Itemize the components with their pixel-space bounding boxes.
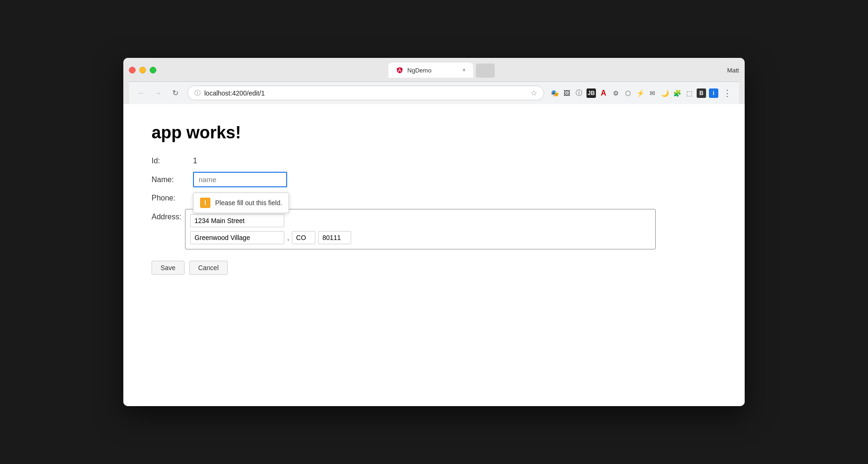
ext-icon-8[interactable]: 🧩 <box>672 88 682 98</box>
tooltip-warning-icon: ! <box>200 198 210 208</box>
zip-input[interactable] <box>318 231 351 244</box>
reload-button[interactable]: ↻ <box>169 87 182 100</box>
chrome-titlebar: NgDemo × Matt ← → ↻ ⓘ local <box>123 58 745 104</box>
phone-label: Phone: <box>152 194 189 202</box>
address-label: Address: <box>152 209 181 221</box>
url-text: localhost:4200/edit/1 <box>204 89 527 97</box>
ext-icon-moon[interactable]: 🌙 <box>660 88 669 98</box>
ext-icon-2[interactable]: 🖼 <box>562 88 571 98</box>
bookmark-icon[interactable]: ☆ <box>530 88 537 97</box>
address-bar[interactable]: ⓘ localhost:4200/edit/1 ☆ <box>187 86 544 100</box>
button-row: Save Cancel <box>152 261 716 275</box>
name-input[interactable] <box>193 172 287 187</box>
window-controls <box>129 67 156 73</box>
address-group: Address: , <box>152 209 716 249</box>
forward-button[interactable]: → <box>152 87 165 100</box>
name-label: Name: <box>152 176 189 184</box>
browser-window: NgDemo × Matt ← → ↻ ⓘ local <box>123 58 745 406</box>
toolbar-extensions: 🎭 🖼 ⓘ JB A ⚙ ⬡ ⚡ ✉ 🌙 🧩 ⬚ B i ⋮ <box>550 88 733 98</box>
name-row: Name: ! Please fill out this field. <box>152 172 716 187</box>
ext-icon-a[interactable]: A <box>599 88 608 98</box>
tabs-row: NgDemo × <box>388 63 495 78</box>
ext-icon-b[interactable]: B <box>697 88 706 98</box>
street-input[interactable] <box>190 214 284 227</box>
name-input-wrapper: ! Please fill out this field. <box>193 172 287 187</box>
ext-icon-1[interactable]: 🎭 <box>550 88 559 98</box>
back-button[interactable]: ← <box>135 87 148 100</box>
new-tab-button[interactable] <box>476 64 495 78</box>
maximize-window-dot[interactable] <box>150 67 156 73</box>
ext-icon-9[interactable]: ⬚ <box>684 88 694 98</box>
chrome-user: Matt <box>727 67 739 74</box>
lock-icon: ⓘ <box>194 89 201 97</box>
tooltip-message: Please fill out this field. <box>215 199 282 207</box>
address-separator: , <box>287 234 289 241</box>
cancel-button[interactable]: Cancel <box>189 261 228 275</box>
chrome-top-row: NgDemo × Matt <box>129 63 739 78</box>
nav-buttons: ← → ↻ <box>135 87 182 100</box>
browser-tab[interactable]: NgDemo × <box>388 63 473 78</box>
tab-label: NgDemo <box>407 67 458 74</box>
ext-icon-jb[interactable]: JB <box>587 88 596 98</box>
page-title: app works! <box>152 123 716 143</box>
close-window-dot[interactable] <box>129 67 136 73</box>
ext-icon-4[interactable]: ⚙ <box>611 88 620 98</box>
validation-tooltip: ! Please fill out this field. <box>193 192 289 213</box>
id-value: 1 <box>193 157 197 165</box>
address-street-row <box>190 214 651 227</box>
id-label: Id: <box>152 157 189 165</box>
address-city-row: , <box>190 231 651 244</box>
chrome-menu-button[interactable]: ⋮ <box>721 88 733 98</box>
reload-icon: ↻ <box>172 88 178 97</box>
ext-icon-3[interactable]: ⓘ <box>574 88 584 98</box>
ext-icon-i[interactable]: i <box>709 88 718 98</box>
state-input[interactable] <box>292 231 315 244</box>
back-icon: ← <box>137 89 145 97</box>
id-row: Id: 1 <box>152 157 716 165</box>
page-content: app works! Id: 1 Name: ! Please fill out… <box>123 104 745 406</box>
forward-icon: → <box>154 89 162 97</box>
chrome-addressbar: ← → ↻ ⓘ localhost:4200/edit/1 ☆ 🎭 🖼 ⓘ JB <box>129 81 739 104</box>
svg-marker-1 <box>400 67 402 73</box>
city-input[interactable] <box>190 231 284 244</box>
ext-icon-6[interactable]: ⚡ <box>635 88 645 98</box>
ext-icon-7[interactable]: ✉ <box>648 88 657 98</box>
ext-icon-5[interactable]: ⬡ <box>623 88 633 98</box>
save-button[interactable]: Save <box>152 261 185 275</box>
form-section: Id: 1 Name: ! Please fill out this field… <box>152 157 716 275</box>
minimize-window-dot[interactable] <box>139 67 146 73</box>
tab-favicon <box>396 66 403 74</box>
address-fieldset: , <box>185 209 656 249</box>
tab-close-button[interactable]: × <box>462 67 466 73</box>
